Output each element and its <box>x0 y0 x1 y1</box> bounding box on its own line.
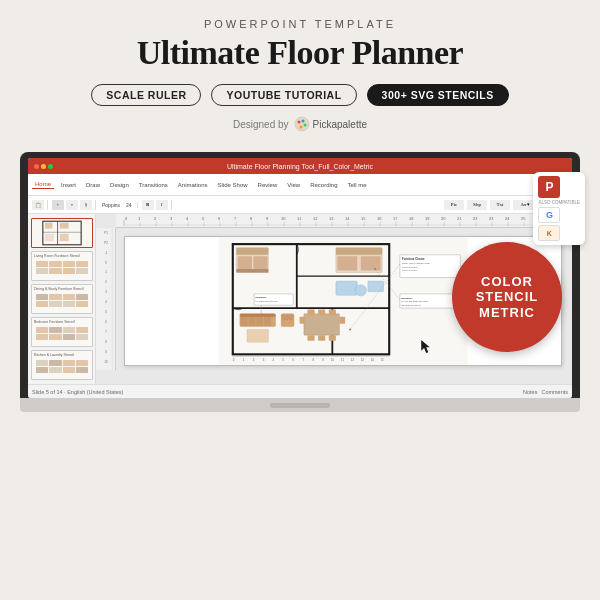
svg-rect-111 <box>236 248 268 255</box>
svg-text:12: 12 <box>313 216 318 221</box>
svg-text:Price: $1,220: Price: $1,220 <box>402 269 417 272</box>
ruler-corner <box>96 214 116 228</box>
ruler-vertical: P1 P2 -1 0 1 2 3 4 5 6 <box>96 228 116 370</box>
slide-thumb-bedroom[interactable]: Bedroom Furniture Stencil <box>31 317 93 347</box>
svg-text:the bedroom until 18: the bedroom until 18 <box>401 304 421 306</box>
svg-text:10: 10 <box>281 216 286 221</box>
svg-stencils-badge: 300+ SVG STENCILS <box>367 84 509 106</box>
compat-icons: G K <box>538 207 580 241</box>
svg-rect-118 <box>361 256 381 270</box>
keynote-icon: K <box>538 225 560 241</box>
svg-text:22: 22 <box>473 216 478 221</box>
svg-rect-106 <box>318 335 325 341</box>
ribbon-tab-review[interactable]: Review <box>255 181 281 189</box>
textbox-btn[interactable]: Txt <box>490 200 510 210</box>
ribbon-tab-recording[interactable]: Recording <box>307 181 340 189</box>
powerpoint-badge: P ALSO COMPATIBLE G K <box>533 172 585 245</box>
slide-thumb-1[interactable] <box>31 218 93 248</box>
slide-label-bedroom: Bedroom Furniture Stencil <box>34 320 90 324</box>
main-title: Ultimate Floor Planner <box>137 34 463 72</box>
svg-rect-101 <box>304 314 340 335</box>
ribbon-tab-transitions[interactable]: Transitions <box>136 181 171 189</box>
svg-point-1 <box>297 121 300 124</box>
svg-rect-104 <box>329 310 336 316</box>
svg-text:21: 21 <box>457 216 462 221</box>
youtube-tutorial-badge: YOUTUBE TUTORIAL <box>211 84 356 106</box>
italic-btn[interactable]: I <box>156 200 168 210</box>
svg-rect-109 <box>339 317 345 324</box>
notes-btn[interactable]: Notes <box>523 389 537 395</box>
slide-panel: Living Room Furniture Stencil <box>28 214 96 384</box>
svg-rect-105 <box>307 335 314 341</box>
brand-logo: Pickapalette <box>294 116 367 132</box>
svg-rect-102 <box>307 310 314 316</box>
svg-rect-116 <box>336 248 382 255</box>
svg-rect-117 <box>337 256 357 270</box>
font-size[interactable]: 24 <box>124 202 134 208</box>
stencil-grid-bedroom <box>34 325 90 347</box>
paste-btn[interactable]: 📋 <box>32 200 44 210</box>
font-name[interactable]: Poppins <box>100 202 122 208</box>
ribbon-tab-view[interactable]: View <box>284 181 303 189</box>
scale-ruler-badge: SCALE RULER <box>91 84 201 106</box>
svg-text:12: 12 <box>351 358 355 362</box>
comments-btn[interactable]: Comments <box>541 389 568 395</box>
svg-text:11: 11 <box>297 216 302 221</box>
shapes-btn[interactable]: Shp <box>467 200 487 210</box>
ppt-ribbon: Home Insert Draw Design Transitions Anim… <box>28 174 572 196</box>
ribbon-tab-animations[interactable]: Animations <box>175 181 211 189</box>
designed-by: Designed by Pickapalette <box>233 116 367 132</box>
svg-rect-114 <box>236 269 268 273</box>
laptop-wrapper: P ALSO COMPATIBLE G K COLOR STENCIL METR… <box>20 152 580 412</box>
status-text: Slide 5 of 14 · English (United States) <box>32 389 123 395</box>
svg-text:15: 15 <box>381 358 385 362</box>
stencil-grid-dining <box>34 292 90 314</box>
svg-rect-100 <box>282 315 293 321</box>
svg-text:-1: -1 <box>105 251 108 255</box>
section-btn[interactable]: § <box>80 200 92 210</box>
svg-rect-70 <box>99 228 113 370</box>
svg-point-129 <box>349 328 351 330</box>
slide-thumb-living[interactable]: Living Room Furniture Stencil <box>31 251 93 281</box>
slide-thumb-kitchen[interactable]: Kitchen & Laundry Stencil <box>31 350 93 380</box>
toolbar-group-font: Poppins 24 <box>100 202 138 208</box>
ruler-v-svg: P1 P2 -1 0 1 2 3 4 5 6 <box>96 228 116 370</box>
slide-fp <box>32 219 92 247</box>
svg-rect-97 <box>240 314 276 317</box>
slide-label-kitchen: Kitchen & Laundry Stencil <box>34 353 90 357</box>
slide-label-dining: Dining & Study Furniture Stencil <box>34 287 90 291</box>
svg-rect-108 <box>300 317 306 324</box>
ribbon-tab-draw[interactable]: Draw <box>83 181 103 189</box>
ppt-icon: P <box>538 176 560 198</box>
ribbon-tab-tellme[interactable]: Tell me <box>345 181 370 189</box>
svg-text:16: 16 <box>377 216 382 221</box>
pictures-btn[interactable]: Pic <box>444 200 464 210</box>
svg-rect-98 <box>247 329 268 342</box>
bold-btn[interactable]: B <box>142 200 154 210</box>
svg-point-0 <box>295 117 309 131</box>
svg-text:15: 15 <box>361 216 366 221</box>
slide-thumb-dining[interactable]: Dining & Study Furniture Stencil <box>31 284 93 314</box>
svg-text:17: 17 <box>393 216 398 221</box>
svg-point-120 <box>355 285 366 296</box>
palette-icon <box>294 116 310 132</box>
svg-rect-12 <box>124 214 564 226</box>
stencil-grid-living <box>34 259 90 281</box>
new-slide-btn[interactable]: + <box>52 200 64 210</box>
svg-text:19: 19 <box>425 216 430 221</box>
svg-text:20: 20 <box>441 216 446 221</box>
ribbon-tab-insert[interactable]: Insert <box>58 181 79 189</box>
toolbar-group-slides: + ≡ § <box>52 200 96 210</box>
layout-btn[interactable]: ≡ <box>66 200 78 210</box>
slide-label-living: Living Room Furniture Stencil <box>34 254 90 258</box>
also-compatible-text: ALSO COMPATIBLE <box>538 200 580 205</box>
stencil-grid-kitchen <box>34 358 90 380</box>
svg-rect-121 <box>368 281 384 292</box>
circle-line2: STENCIL <box>476 289 539 305</box>
ribbon-tab-home[interactable]: Home <box>32 180 54 189</box>
svg-text:Furniture Choice: Furniture Choice <box>402 257 425 261</box>
circle-badge: COLOR STENCIL METRIC <box>452 242 562 352</box>
ribbon-tab-design[interactable]: Design <box>107 181 132 189</box>
svg-text:24: 24 <box>505 216 510 221</box>
ribbon-tab-slideshow[interactable]: Slide Show <box>215 181 251 189</box>
